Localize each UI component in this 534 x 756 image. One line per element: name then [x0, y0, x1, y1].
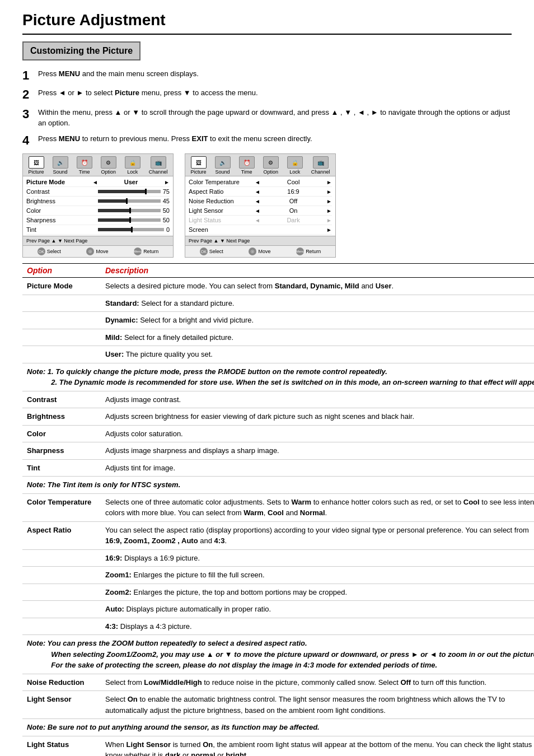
menu-icon-lock: 🔒 Lock: [125, 156, 140, 175]
row-noise-reduction: Noise Reduction Select from Low/Middle/H…: [22, 674, 534, 691]
option-aspect-ratio: Aspect Ratio: [22, 521, 101, 549]
menu-row-light-status: Light Status ◄ Dark ►: [189, 216, 332, 225]
option-color: Color: [22, 425, 101, 442]
menu-icon-picture-r: 🖼 Picture: [191, 156, 207, 175]
step-2-text: Press ◄ or ► to select Picture menu, pre…: [38, 87, 512, 99]
page-title: Picture Adjustment: [22, 11, 512, 35]
step-1-text: Press MENU and the main menu screen disp…: [38, 68, 512, 80]
col-description-header: Description: [101, 264, 534, 278]
ctrl-return-right: Menu Return: [296, 248, 321, 255]
option-picture-mode: Picture Mode: [22, 278, 101, 295]
menu-row-screen: Screen ►: [189, 225, 332, 235]
menu-icon-option-r: ⚙ Option: [263, 156, 279, 175]
desc-brightness: Adjusts screen brightness for easier vie…: [101, 408, 534, 426]
menu-row-tint: Tint 0: [26, 225, 170, 235]
menu-icon-time-r: ⏰ Time: [239, 156, 255, 175]
desc-color-temp: Selects one of three automatic color adj…: [101, 493, 534, 521]
menu-nav-right: Prev Page ▲ ▼ Next Page: [185, 236, 335, 245]
sub-dynamic: Dynamic: Select for a bright and vivid p…: [22, 312, 534, 329]
menu-controls-left: OK Select ◎ Move Menu Return: [23, 245, 173, 257]
menu-row-contrast: Contrast 75: [26, 187, 170, 197]
desc-light-status: When Light Sensor is turned On, the ambi…: [101, 736, 534, 756]
desc-picture-mode: Selects a desired picture mode. You can …: [101, 278, 534, 295]
row-picture-mode: Picture Mode Selects a desired picture m…: [22, 278, 534, 295]
section-header: Customizing the Picture: [22, 41, 140, 60]
note-tint: Note: The Tint item is only for NTSC sys…: [22, 477, 534, 494]
menu-icon-picture: 🖼 Picture: [29, 156, 44, 175]
sub-auto: Auto: Displays picture automatically in …: [22, 601, 534, 618]
menu-row-color: Color 50: [26, 206, 170, 216]
menu-screen-left: 🖼 Picture 🔊 Sound ⏰ Time ⚙ Option 🔒 Lock…: [22, 153, 174, 258]
option-noise-reduction: Noise Reduction: [22, 674, 101, 691]
row-contrast: Contrast Adjusts image contrast.: [22, 391, 534, 408]
step-1: 1 Press MENU and the main menu screen di…: [22, 68, 512, 83]
menu-icon-option: ⚙ Option: [101, 156, 116, 175]
menu-row-picture-mode: Picture Mode ◄ User ►: [26, 178, 170, 187]
option-sharpness: Sharpness: [22, 442, 101, 460]
step-3: 3 Within the menu, press ▲ or ▼ to scrol…: [22, 107, 512, 129]
note-aspect-ratio: Note: You can press the ZOOM button repe…: [22, 635, 534, 674]
step-2: 2 Press ◄ or ► to select Picture menu, p…: [22, 87, 512, 102]
menu-icon-channel-r: 📺 Channel: [311, 156, 330, 175]
menu-icon-lock-r: 🔒 Lock: [287, 156, 303, 175]
menu-icon-channel: 📺 Channel: [149, 156, 168, 175]
sub-user: User: The picture quality you set.: [22, 346, 534, 363]
row-aspect-ratio: Aspect Ratio You can select the aspect r…: [22, 521, 534, 549]
menu-row-aspect-ratio: Aspect Ratio ◄ 16:9 ►: [189, 187, 332, 197]
menu-screens: 🖼 Picture 🔊 Sound ⏰ Time ⚙ Option 🔒 Lock…: [22, 153, 512, 258]
row-light-sensor: Light Sensor Select On to enable the aut…: [22, 691, 534, 719]
desc-aspect-ratio: You can select the aspect ratio (display…: [101, 521, 534, 549]
row-color-temp: Color Temperature Selects one of three a…: [22, 493, 534, 521]
option-tint: Tint: [22, 459, 101, 477]
ctrl-select-right: OK Select: [200, 248, 223, 255]
menu-icon-sound: 🔊 Sound: [53, 156, 68, 175]
menu-row-light-sensor: Light Sensor ◄ On ►: [189, 206, 332, 216]
menu-controls-right: OK Select ◎ Move Menu Return: [185, 245, 335, 257]
menu-icon-sound-r: 🔊 Sound: [215, 156, 231, 175]
ctrl-move-right: ◎ Move: [249, 248, 270, 255]
menu-icons-right: 🖼 Picture 🔊 Sound ⏰ Time ⚙ Option 🔒 Lock…: [185, 154, 335, 176]
option-light-sensor: Light Sensor: [22, 691, 101, 719]
desc-contrast: Adjusts image contrast.: [101, 391, 534, 408]
steps-container: 1 Press MENU and the main menu screen di…: [22, 68, 512, 148]
menu-icons-left: 🖼 Picture 🔊 Sound ⏰ Time ⚙ Option 🔒 Lock…: [23, 154, 173, 176]
option-table: Option Description Picture Mode Selects …: [22, 263, 534, 756]
step-4: 4 Press MENU to return to previous menu.…: [22, 133, 512, 148]
step-2-num: 2: [22, 87, 38, 102]
menu-btn-left: Menu: [134, 248, 142, 255]
note-picture-mode: Note: 1. To quickly change the picture m…: [22, 363, 534, 391]
menu-icon-picture-box: 🖼: [29, 156, 44, 169]
option-brightness: Brightness: [22, 408, 101, 426]
desc-tint: Adjusts tint for image.: [101, 459, 534, 477]
ctrl-select-left: OK Select: [38, 248, 61, 255]
desc-color: Adjusts color saturation.: [101, 425, 534, 442]
menu-screen-right: 🖼 Picture 🔊 Sound ⏰ Time ⚙ Option 🔒 Lock…: [185, 153, 336, 258]
row-sharpness: Sharpness Adjusts image sharpness and di…: [22, 442, 534, 460]
sub-mild: Mild: Select for a finely detailed pictu…: [22, 329, 534, 346]
menu-icon-time: ⏰ Time: [77, 156, 92, 175]
ctrl-return-left: Menu Return: [134, 248, 158, 255]
note-light-sensor: Note: Be sure not to put anything around…: [22, 719, 534, 736]
step-4-num: 4: [22, 133, 38, 148]
row-light-status: Light Status When Light Sensor is turned…: [22, 736, 534, 756]
option-light-status: Light Status: [22, 736, 101, 756]
sub-zoom2: Zoom2: Enlarges the picture, the top and…: [22, 584, 534, 601]
sub-16-9: 16:9: Displays a 16:9 picture.: [22, 549, 534, 567]
menu-row-noise-reduction: Noise Reduction ◄ Off ►: [189, 197, 332, 206]
desc-noise-reduction: Select from Low/Middle/High to reduce no…: [101, 674, 534, 691]
option-color-temp: Color Temperature: [22, 493, 101, 521]
menu-row-brightness: Brightness 45: [26, 197, 170, 206]
option-contrast: Contrast: [22, 391, 101, 408]
col-option-header: Option: [22, 264, 101, 278]
ctrl-move-left: ◎ Move: [86, 248, 108, 255]
menu-nav-left: Prev Page ▲ ▼ Next Page: [23, 236, 173, 245]
menu-row-color-temp: Color Temperature ◄ Cool ►: [189, 178, 332, 187]
menu-row-sharpness: Sharpness 50: [26, 216, 170, 225]
sub-standard: Standard: Select for a standard picture.: [22, 295, 534, 312]
desc-sharpness: Adjusts image sharpness and displays a s…: [101, 442, 534, 460]
step-1-num: 1: [22, 68, 38, 83]
row-tint: Tint Adjusts tint for image.: [22, 459, 534, 477]
sub-4-3: 4:3: Displays a 4:3 picture.: [22, 618, 534, 635]
step-4-text: Press MENU to return to previous menu. P…: [38, 133, 512, 144]
step-3-num: 3: [22, 107, 38, 122]
